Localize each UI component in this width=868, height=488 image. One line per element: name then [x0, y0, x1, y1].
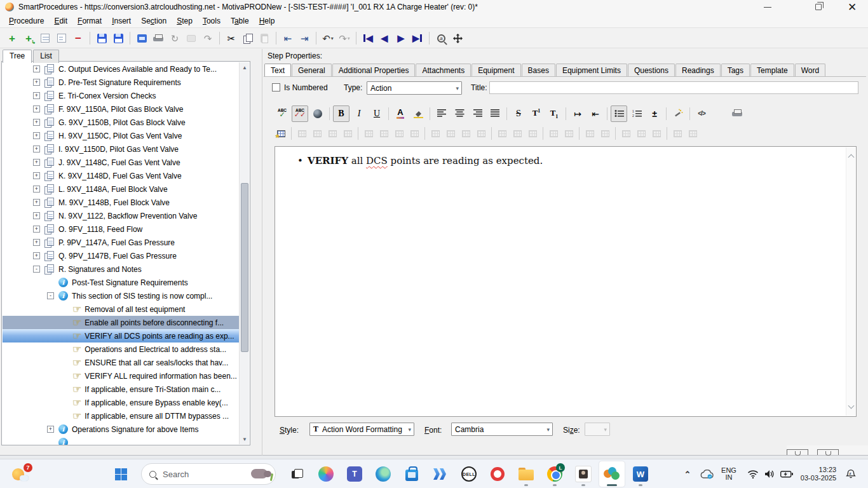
title-input[interactable]	[489, 81, 858, 94]
scrollbar-thumb[interactable]	[241, 183, 248, 352]
tree-item[interactable]: ☞Operations and Electrical to address st…	[3, 342, 239, 356]
tree-item[interactable]: ☞If applicable, ensure Bypass enable key…	[3, 396, 239, 409]
align-center-button[interactable]	[451, 105, 468, 122]
tree-item[interactable]: ☞If applicable, ensure Tri-Station main …	[3, 383, 239, 396]
store-taskbar-button[interactable]	[399, 461, 424, 487]
tree-item[interactable]: -R. Signatures and Notes	[3, 262, 239, 276]
collapse-icon[interactable]: -	[33, 266, 40, 273]
tree-item[interactable]: +D. Pre-Test Signature Requirements	[3, 76, 239, 89]
outline-view-button[interactable]	[37, 30, 53, 46]
weather-widget[interactable]: 7	[8, 461, 33, 487]
add-step-button[interactable]: +	[4, 30, 20, 46]
dictionary-button[interactable]	[309, 105, 326, 122]
numbered-list-button[interactable]: 12	[628, 105, 645, 122]
photos-app-taskbar-button[interactable]	[571, 461, 596, 487]
expand-icon[interactable]: +	[33, 186, 40, 193]
onedrive-tray-icon[interactable]	[698, 464, 715, 484]
nav-first-button[interactable]: ◀	[360, 30, 376, 46]
bullet-list-button[interactable]	[611, 105, 627, 122]
tree-item[interactable]: +I. 9XV_1150D, Pilot Gas Vent Valve	[3, 142, 239, 156]
menu-procedure[interactable]: Procedure	[4, 15, 49, 27]
expand-icon[interactable]: +	[33, 212, 40, 219]
save-button[interactable]	[94, 30, 109, 46]
tab-bases[interactable]: Bases	[522, 64, 555, 76]
is-numbered-checkbox[interactable]	[272, 83, 280, 92]
tab-general[interactable]: General	[292, 64, 332, 76]
file-explorer-taskbar-button[interactable]	[513, 461, 539, 487]
language-indicator[interactable]: ENGIN	[718, 464, 740, 484]
menu-help[interactable]: Help	[254, 15, 280, 27]
menu-step[interactable]: Step	[172, 15, 198, 27]
tree-item[interactable]: +iOperations Signature for above Items	[3, 423, 239, 436]
chrome-taskbar-button[interactable]: L	[542, 461, 567, 487]
tree-item[interactable]: +Q. 9PV_1147B, Fuel Gas Pressure	[3, 249, 239, 262]
expand-icon[interactable]: +	[33, 146, 40, 152]
expand-icon[interactable]: +	[33, 252, 40, 259]
expand-icon[interactable]: +	[33, 159, 40, 166]
tree-item[interactable]: +F. 9XV_1150A, Pilot Gas Block Valve	[3, 102, 239, 116]
expand-icon[interactable]: +	[33, 172, 40, 179]
type-select[interactable]: Action ▾	[367, 81, 462, 95]
tree-item[interactable]: ☞VERIFY ALL required information has bee…	[3, 369, 239, 383]
tab-text[interactable]: Text	[264, 64, 291, 77]
tree-item[interactable]: ☞ENSURE that all car seals/locks that ha…	[3, 356, 239, 369]
print-button[interactable]	[151, 30, 166, 46]
underline-button[interactable]: U	[369, 105, 385, 122]
delete-step-button[interactable]: −	[71, 30, 86, 46]
expand-icon[interactable]: +	[33, 199, 40, 206]
indent-button[interactable]: ⇥	[297, 30, 312, 46]
tree-item[interactable]: i	[3, 436, 239, 445]
hanging-indent-button[interactable]: ⇤	[587, 105, 604, 122]
menu-format[interactable]: Format	[72, 15, 107, 27]
nav-last-button[interactable]: ▶	[410, 30, 425, 46]
subscript-button[interactable]: T1	[546, 105, 562, 122]
highlight-button[interactable]	[410, 105, 426, 122]
tree-scrollbar[interactable]: ▲ ▼	[239, 62, 249, 444]
spellcheck-button[interactable]: ABC✓	[274, 105, 290, 122]
tree-item[interactable]: ☞Enable all points before disconnecting …	[3, 316, 239, 329]
tree-item[interactable]: ☞VERIFY all DCS points are reading as ex…	[3, 329, 239, 342]
italic-button[interactable]: I	[351, 105, 367, 122]
nav-previous-button[interactable]: ◀	[377, 30, 392, 46]
minimize-button[interactable]	[753, 0, 782, 14]
tree-item[interactable]: ☞If applicable, ensure all DTTM bypasses…	[3, 409, 239, 423]
power-automate-taskbar-button[interactable]	[428, 461, 453, 487]
html-source-button[interactable]: </>	[693, 105, 710, 122]
task-view-taskbar-button[interactable]	[285, 461, 310, 487]
teams-taskbar-button[interactable]: T	[342, 461, 367, 487]
tab-list[interactable]: List	[33, 50, 59, 63]
tree-item[interactable]: +C. Output Devices Available and Ready t…	[3, 62, 239, 76]
word-taskbar-button[interactable]: W	[628, 461, 653, 487]
expand-icon[interactable]: +	[33, 119, 40, 126]
align-left-button[interactable]	[433, 105, 450, 122]
plus-minus-button[interactable]: ±	[646, 105, 663, 122]
font-color-button[interactable]: A	[392, 105, 409, 122]
move-button[interactable]	[450, 30, 465, 46]
tree-item[interactable]: +K. 9XV_1148D, Fuel Gas Vent Valve	[3, 169, 239, 182]
close-button[interactable]: ✕	[837, 0, 867, 14]
expand-icon[interactable]: +	[33, 105, 40, 112]
indent-first-line-button[interactable]: ↦	[569, 105, 586, 122]
scroll-up-icon[interactable]	[848, 154, 855, 161]
smartprocedures-taskbar-button[interactable]	[599, 461, 625, 487]
dell-taskbar-button[interactable]: DELL	[456, 461, 482, 487]
expand-icon[interactable]: +	[33, 132, 40, 139]
spellcheck-as-you-type-button[interactable]: ABC✓✓	[292, 105, 308, 122]
size-select[interactable]: ▾	[585, 423, 610, 436]
tray-overflow-button[interactable]: ⌃	[680, 464, 695, 484]
tab-template[interactable]: Template	[750, 64, 794, 76]
detail-view-button[interactable]	[54, 30, 69, 46]
tree-item[interactable]: +H. 9XV_1150C, Pilot Gas Vent Valve	[3, 129, 239, 142]
tree-item[interactable]: +G. 9XV_1150B, Pilot Gas Block Valve	[3, 116, 239, 129]
align-right-button[interactable]	[469, 105, 485, 122]
opera-taskbar-button[interactable]	[485, 461, 510, 487]
scroll-down-icon[interactable]: ▼	[240, 434, 250, 444]
menu-edit[interactable]: Edit	[49, 15, 72, 27]
copilot-taskbar-button[interactable]	[313, 461, 339, 487]
wifi-icon[interactable]	[745, 464, 761, 484]
insert-table-button[interactable]: ★	[274, 126, 288, 140]
tab-attachments[interactable]: Attachments	[416, 64, 471, 76]
editor-scrollbar[interactable]	[846, 147, 855, 416]
tab-equipment-limits[interactable]: Equipment Limits	[556, 64, 627, 76]
tab-questions[interactable]: Questions	[628, 64, 675, 76]
